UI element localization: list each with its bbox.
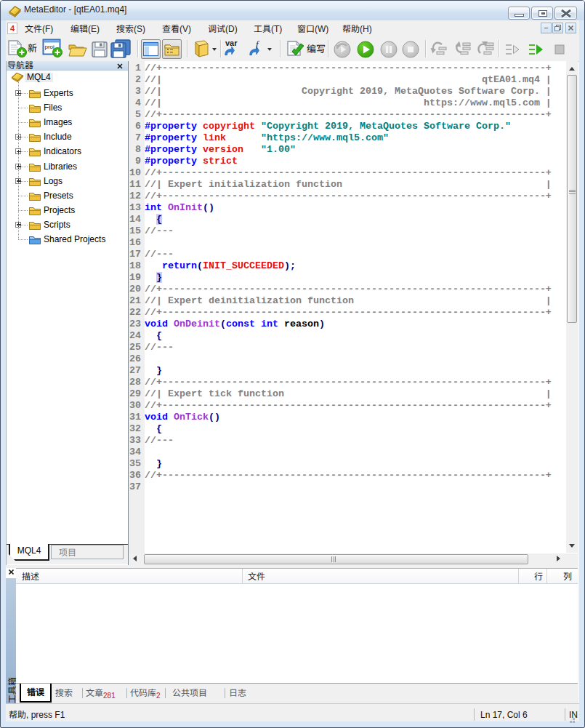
- svg-text:proj: proj: [45, 44, 55, 50]
